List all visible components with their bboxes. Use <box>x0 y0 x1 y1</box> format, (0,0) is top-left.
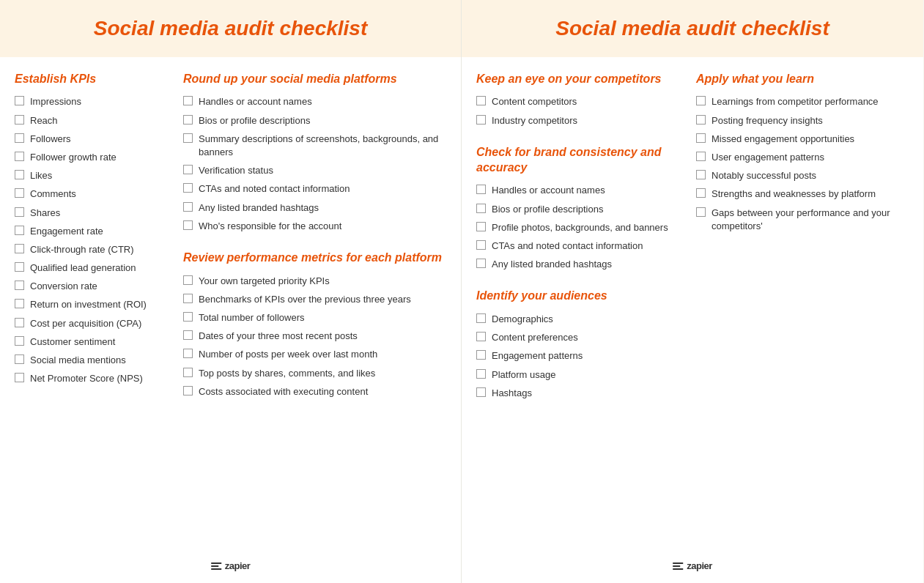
checkbox-icon[interactable] <box>696 133 706 143</box>
left-header-banner: Social media audit checklist <box>0 0 461 57</box>
checkbox-icon[interactable] <box>476 387 486 397</box>
checklist-item-text: Handles or account names <box>199 95 312 108</box>
checkbox-icon[interactable] <box>696 115 706 125</box>
zapier-logo-icon-right <box>673 562 683 570</box>
review-section: Review performance metrics for each plat… <box>183 250 446 398</box>
list-item: Verification status <box>183 164 446 177</box>
checkbox-icon[interactable] <box>183 202 193 212</box>
roundup-list: Handles or account namesBios or profile … <box>183 95 446 233</box>
list-item: Any listed branded hashtags <box>183 201 446 215</box>
checkbox-icon[interactable] <box>15 115 24 125</box>
list-item: Click-through rate (CTR) <box>15 243 169 256</box>
checkbox-icon[interactable] <box>696 96 706 105</box>
checklist-item-text: Engagement patterns <box>492 349 583 363</box>
list-item: Summary descriptions of screenshots, bac… <box>183 133 446 159</box>
list-item: Profile photos, backgrounds, and banners <box>476 221 681 234</box>
checklist-item-text: Strengths and weaknesses by platform <box>712 187 876 201</box>
checklist-item-text: Hashtags <box>492 387 532 400</box>
checkbox-icon[interactable] <box>183 312 193 322</box>
checkbox-icon[interactable] <box>476 115 486 125</box>
list-item: Notably successful posts <box>696 169 909 182</box>
checklist-item-text: Any listed branded hashtags <box>492 258 612 271</box>
checkbox-icon[interactable] <box>476 350 486 360</box>
checkbox-icon[interactable] <box>183 133 193 143</box>
apply-section: Apply what you learn Learnings from comp… <box>696 72 909 233</box>
left-right-column: Round up your social media platforms Han… <box>183 72 446 416</box>
checkbox-icon[interactable] <box>696 170 706 179</box>
list-item: Dates of your three most recent posts <box>183 330 446 343</box>
checkbox-icon[interactable] <box>476 369 486 379</box>
checkbox-icon[interactable] <box>183 220 193 230</box>
checkbox-icon[interactable] <box>15 373 24 382</box>
checklist-item-text: Follower growth rate <box>30 151 117 164</box>
checkbox-icon[interactable] <box>476 259 486 268</box>
list-item: Cost per acquisition (CPA) <box>15 317 169 330</box>
checkbox-icon[interactable] <box>15 207 24 217</box>
checkbox-icon[interactable] <box>183 330 193 340</box>
list-item: Engagement patterns <box>476 349 681 363</box>
checkbox-icon[interactable] <box>183 115 193 125</box>
competitors-title: Keep an eye on your competitors <box>476 72 681 87</box>
checkbox-icon[interactable] <box>476 204 486 213</box>
right-panel: Social media audit checklist Keep an eye… <box>462 0 923 583</box>
list-item: Reach <box>15 114 169 127</box>
list-item: Missed engagement opportunities <box>696 133 909 146</box>
list-item: Followers <box>15 133 169 146</box>
checkbox-icon[interactable] <box>476 313 486 323</box>
checkbox-icon[interactable] <box>183 349 193 358</box>
checkbox-icon[interactable] <box>15 152 24 161</box>
checklist-item-text: Customer sentiment <box>30 335 115 349</box>
checkbox-icon[interactable] <box>15 244 24 253</box>
checkbox-icon[interactable] <box>183 275 193 285</box>
list-item: Costs associated with executing content <box>183 385 446 398</box>
checkbox-icon[interactable] <box>696 207 706 217</box>
list-item: Social media mentions <box>15 354 169 367</box>
checkbox-icon[interactable] <box>476 240 486 250</box>
list-item: Bios or profile descriptions <box>476 203 681 216</box>
checklist-item-text: Shares <box>30 207 60 220</box>
checkbox-icon[interactable] <box>15 170 24 179</box>
apply-title: Apply what you learn <box>696 72 909 87</box>
checkbox-icon[interactable] <box>696 152 706 161</box>
checkbox-icon[interactable] <box>476 96 486 105</box>
checkbox-icon[interactable] <box>15 96 24 105</box>
checklist-item-text: Demographics <box>492 313 553 326</box>
apply-list: Learnings from competitor performancePos… <box>696 95 909 233</box>
list-item: Learnings from competitor performance <box>696 95 909 108</box>
checkbox-icon[interactable] <box>183 294 193 303</box>
checkbox-icon[interactable] <box>15 226 24 235</box>
list-item: Industry competitors <box>476 114 681 127</box>
checkbox-icon[interactable] <box>183 386 193 396</box>
checklist-item-text: Benchmarks of KPIs over the previous thr… <box>199 293 411 306</box>
checkbox-icon[interactable] <box>476 222 486 231</box>
checkbox-icon[interactable] <box>15 318 24 327</box>
checkbox-icon[interactable] <box>15 188 24 198</box>
checkbox-icon[interactable] <box>15 354 24 364</box>
checklist-item-text: Profile photos, backgrounds, and banners <box>492 221 668 234</box>
checkbox-icon[interactable] <box>696 188 706 198</box>
checkbox-icon[interactable] <box>15 133 24 143</box>
checkbox-icon[interactable] <box>183 183 193 193</box>
checkbox-icon[interactable] <box>183 165 193 174</box>
checklist-item-text: Return on investment (ROI) <box>30 298 147 311</box>
list-item: Handles or account names <box>183 95 446 108</box>
right-header-banner: Social media audit checklist <box>462 0 923 57</box>
checklist-item-text: Conversion rate <box>30 280 97 293</box>
right-zapier-label: zapier <box>687 560 712 571</box>
checklist-item-text: Bios or profile descriptions <box>199 114 310 127</box>
checkbox-icon[interactable] <box>476 185 486 194</box>
list-item: Comments <box>15 187 169 201</box>
checkbox-icon[interactable] <box>476 332 486 341</box>
list-item: Total number of followers <box>183 311 446 324</box>
checkbox-icon[interactable] <box>15 299 24 308</box>
checkbox-icon[interactable] <box>15 281 24 290</box>
list-item: Demographics <box>476 313 681 326</box>
checklist-item-text: Summary descriptions of screenshots, bac… <box>199 133 446 159</box>
checkbox-icon[interactable] <box>15 262 24 272</box>
checkbox-icon[interactable] <box>183 368 193 377</box>
checklist-item-text: Any listed branded hashtags <box>199 201 319 215</box>
checklist-item-text: Top posts by shares, comments, and likes <box>199 367 375 380</box>
checkbox-icon[interactable] <box>15 336 24 346</box>
checkbox-icon[interactable] <box>183 96 193 105</box>
right-zapier-logo: zapier <box>673 560 712 571</box>
